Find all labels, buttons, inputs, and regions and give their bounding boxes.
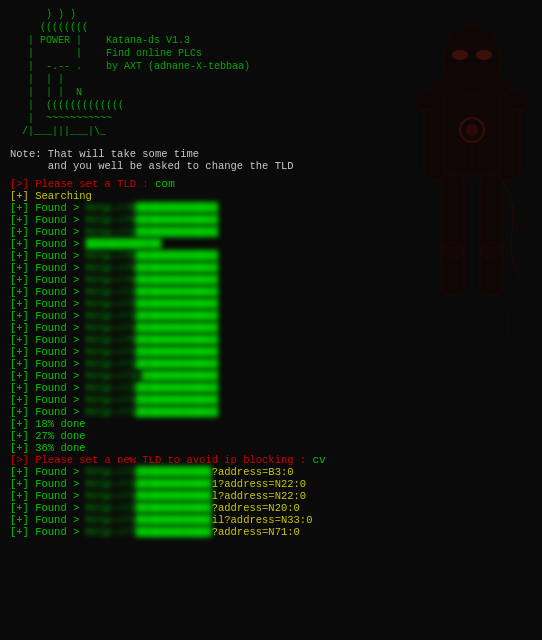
found-line-16: [+] Found > http://2█████████████ <box>10 382 532 394</box>
found-param-line-2: [+] Found > http://1████████████1?addres… <box>10 478 532 490</box>
prompt1-label: [>] Please set a TLD : <box>10 178 155 190</box>
found-param-line-4: [+] Found > http://2████████████?address… <box>10 502 532 514</box>
found-line-14: [+] Found > http://1█████████████ <box>10 358 532 370</box>
ascii-art-banner: ) ) ) (((((((( | POWER | Katana-ds V1.3 … <box>10 8 532 138</box>
found-param-lines-container: [+] Found > http://1████████████?address… <box>10 466 532 538</box>
found-line-8: [+] Found > http://2█████████████ <box>10 286 532 298</box>
found-line-1: [+] Found > http://8█████████████ <box>10 202 532 214</box>
searching-line: [+] Searching <box>10 190 532 202</box>
found-line-17: [+] Found > http://1█████████████ <box>10 394 532 406</box>
found-param-line-6: [+] Found > http://7████████████?address… <box>10 526 532 538</box>
found-line-15: [+] Found > http://1n████████████ <box>10 370 532 382</box>
found-param-line-5: [+] Found > http://1████████████il?addre… <box>10 514 532 526</box>
found-line-5: [+] Found > http://b█████████████ <box>10 250 532 262</box>
prompt1-value: com <box>155 178 175 190</box>
found-line-6: [+] Found > http://6█████████████ <box>10 262 532 274</box>
done-line-2: [+] 27% done <box>10 430 532 442</box>
note-text: Note: That will take some time and you w… <box>10 148 532 172</box>
found-line-2: [+] Found > http://9█████████████ <box>10 214 532 226</box>
found-line-3: [+] Found > http://2█████████████ <box>10 226 532 238</box>
found-line-13: [+] Found > http://1█████████████ <box>10 346 532 358</box>
found-param-line-3: [+] Found > http://1████████████l?addres… <box>10 490 532 502</box>
prompt2-line: [>] Please set a new TLD to avoid ip blo… <box>10 454 532 466</box>
done-line-3: [+] 36% done <box>10 442 532 454</box>
found-lines-container: [+] Found > http://8█████████████ [+] Fo… <box>10 202 532 418</box>
found-line-9: [+] Found > http://2█████████████ <box>10 298 532 310</box>
found-line-7: [+] Found > http://6█████████████ <box>10 274 532 286</box>
found-line-11: [+] Found > http://1█████████████ <box>10 322 532 334</box>
found-param-line-1: [+] Found > http://1████████████?address… <box>10 466 532 478</box>
found-line-10: [+] Found > http://1█████████████ <box>10 310 532 322</box>
terminal: ) ) ) (((((((( | POWER | Katana-ds V1.3 … <box>0 0 542 640</box>
found-line-4: [+] Found > ████████████ <box>10 238 532 250</box>
prompt1-line: [>] Please set a TLD : com <box>10 178 532 190</box>
found-line-18: [+] Found > http://1█████████████ <box>10 406 532 418</box>
prompt2-label: [>] Please set a new TLD to avoid ip blo… <box>10 454 312 466</box>
prompt2-value: cv <box>312 454 325 466</box>
done-line-1: [+] 18% done <box>10 418 532 430</box>
found-line-12: [+] Found > http://5█████████████ <box>10 334 532 346</box>
